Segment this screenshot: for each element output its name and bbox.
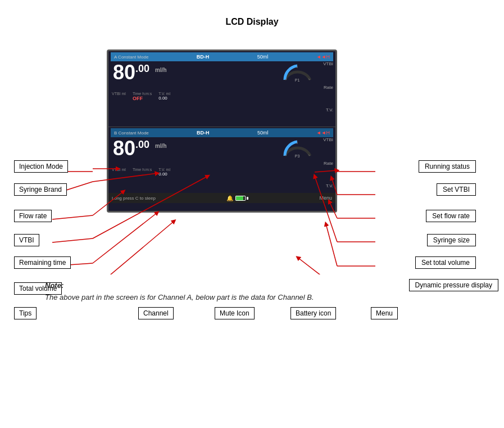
note-text: The above part in the screen is for Chan… [45,292,504,304]
lcd-screen: A Constant Mode BD-H 50ml ◄◄H 80.00 ml/h… [107,49,337,213]
label-set-total-volume: Set total volume [415,256,476,269]
channel-a-volume: 50ml [257,54,269,60]
channel-a-mode: A Constant Mode [114,55,148,60]
tv-sub-b: T.V. ml 0.00 [158,168,170,177]
vtbi-sub-b: VTBI ml [112,168,126,177]
label-channel: Channel [138,307,174,319]
channel-b-volume: 50ml [257,130,269,136]
svg-text:P1: P1 [295,78,300,82]
rate-label-a: Rate [324,85,333,90]
label-set-vtbi: Set VTBI [437,183,476,196]
channel-a-bd: BD-H [197,54,210,60]
svg-line-13 [52,215,93,219]
sleep-bar: Long press C to sleep 🔔 Menu [108,193,335,203]
channel-a: A Constant Mode BD-H 50ml ◄◄H 80.00 ml/h… [108,51,335,127]
channel-a-sub: VTBI ml Time h:m:s OFF T.V. ml 0.00 [112,92,170,101]
time-sub-a: Time h:m:s OFF [133,92,152,101]
sleep-text: Long press C to sleep [112,196,156,201]
vtbi-label-b: VTBI [323,137,333,142]
channel-b: B Constant Mode BD-H 50ml ◄◄H 80.00 ml/h… [108,127,335,203]
label-syringe-brand: Syringe Brand [14,183,67,196]
channel-a-plug: ◄◄H [316,54,330,60]
label-tips: Tips [14,307,37,319]
vtbi-sub-a: VTBI ml [112,92,126,101]
time-sub-b: Time h:m:s [133,168,152,177]
svg-line-16 [93,213,157,263]
channel-b-sub: VTBI ml Time h:m:s T.V. ml 0.00 [112,168,170,177]
gauge-b: P3 [282,136,313,161]
mute-icon-display: 🔔 [226,195,233,201]
channel-b-plug: ◄◄H [316,130,330,136]
page-title: LCD Display [0,0,504,38]
channel-a-rate: 80.00 ml/h [113,62,167,83]
svg-line-15 [52,238,93,242]
gauge-a: P1 [282,60,313,85]
channel-b-mode: B Constant Mode [114,130,149,136]
label-menu: Menu [371,307,398,319]
note-section: Note: The above part in the screen is fo… [45,280,504,304]
menu-display: Menu [319,195,332,201]
diagram-area: A Constant Mode BD-H 50ml ◄◄H 80.00 ml/h… [0,38,504,274]
label-injection-mode: Injection Mode [14,160,68,173]
tv-sub-a: T.V. ml 0.00 [158,92,170,101]
label-mute-icon: Mute Icon [215,307,255,319]
vtbi-label-a: VTBI [323,61,333,66]
battery-display [235,196,248,201]
channel-b-bd: BD-H [197,130,210,136]
channel-b-rate: 80.00 ml/h [113,138,167,159]
svg-line-31 [326,224,337,266]
tv-label-b: T.V. [326,183,333,188]
label-syringe-size: Syringe size [427,234,476,246]
rate-label-b: Rate [324,161,333,166]
note-label: Note: [45,280,504,292]
label-remaining-time: Remaining time [14,256,71,269]
tv-label-a: T.V. [326,107,333,112]
svg-line-18 [93,221,174,274]
label-battery-icon: Battery icon [290,307,336,319]
svg-text:P3: P3 [295,154,300,158]
label-flow-rate: Flow rate [14,210,52,222]
svg-line-33 [298,258,337,274]
label-set-flow-rate: Set flow rate [426,210,476,222]
label-running-status: Running status [419,160,476,173]
label-vtbi: VTBI [14,234,39,246]
